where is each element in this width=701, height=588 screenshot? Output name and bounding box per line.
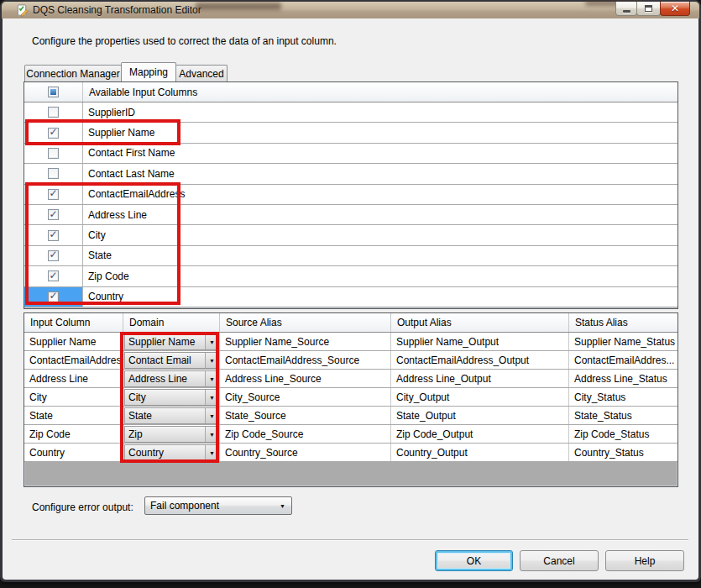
- tab-advanced[interactable]: Advanced: [175, 65, 228, 81]
- input-column-row[interactable]: ✓Supplier Name: [24, 123, 677, 143]
- domain-dropdown[interactable]: Zip▼: [124, 426, 219, 443]
- output-alias-cell: Supplier Name_Output: [391, 333, 569, 350]
- mapping-grid-header: Input ColumnDomainSource AliasOutput Ali…: [24, 313, 677, 333]
- domain-cell: Address Line▼: [123, 370, 220, 387]
- unchecked-checkbox-icon[interactable]: [48, 107, 59, 118]
- mapping-row[interactable]: Zip CodeZip▼Zip Code_SourceZip Code_Outp…: [24, 425, 677, 444]
- input-column-cell: Zip Code: [24, 425, 123, 443]
- ok-button[interactable]: OK: [435, 550, 513, 571]
- mapping-column-header: Domain: [123, 313, 220, 332]
- input-column-label: City: [83, 225, 677, 244]
- checkbox-cell[interactable]: ✓: [24, 266, 83, 286]
- domain-dropdown[interactable]: City▼: [124, 389, 219, 406]
- domain-value: Address Line: [125, 371, 205, 386]
- tab-mapping[interactable]: Mapping: [121, 62, 176, 81]
- input-column-row[interactable]: ✓State: [24, 246, 677, 266]
- maximize-button[interactable]: [636, 2, 661, 16]
- error-output-dropdown[interactable]: Fail component ▼: [144, 496, 292, 515]
- checked-checkbox-icon[interactable]: ✓: [48, 291, 59, 302]
- domain-value: City: [125, 390, 205, 405]
- input-column-row[interactable]: SupplierID: [24, 102, 677, 123]
- checked-checkbox-icon[interactable]: ✓: [48, 209, 59, 220]
- mapping-row[interactable]: CountryCountry▼Country_SourceCountry_Out…: [24, 444, 677, 462]
- source-alias-cell: State_Source: [220, 407, 391, 424]
- domain-cell: State▼: [123, 407, 220, 424]
- checked-checkbox-icon[interactable]: ✓: [48, 230, 59, 241]
- mapping-row[interactable]: CityCity▼City_SourceCity_OutputCity_Stat…: [24, 388, 677, 407]
- dropdown-arrow-button[interactable]: ▼: [205, 390, 218, 405]
- source-alias-cell: Supplier Name_Source: [220, 333, 391, 350]
- output-alias-cell: Address Line_Output: [391, 370, 569, 387]
- mapping-row[interactable]: StateState▼State_SourceState_OutputState…: [24, 407, 677, 425]
- domain-cell: Supplier Name▼: [123, 333, 220, 350]
- indeterminate-checkbox-icon: [50, 89, 56, 95]
- checkmark-icon: ✓: [49, 209, 57, 219]
- select-all-checkbox[interactable]: [48, 87, 59, 97]
- checkbox-cell[interactable]: [24, 102, 83, 122]
- mapping-row[interactable]: ContactEmailAddressContact Email▼Contact…: [24, 351, 677, 370]
- checkbox-cell[interactable]: [24, 144, 83, 163]
- input-column-row[interactable]: ✓City: [24, 225, 677, 245]
- dropdown-arrow-button[interactable]: ▼: [205, 445, 218, 460]
- dropdown-arrow-button[interactable]: ▼: [205, 408, 218, 423]
- tab-connection-manager[interactable]: Connection Manager: [24, 65, 122, 81]
- checked-checkbox-icon[interactable]: ✓: [48, 189, 59, 200]
- available-input-columns-rows: SupplierID✓Supplier NameContact First Na…: [24, 102, 677, 307]
- unchecked-checkbox-icon[interactable]: [48, 148, 59, 159]
- unchecked-checkbox-icon[interactable]: [48, 168, 59, 179]
- input-column-row[interactable]: Contact First Name: [24, 144, 677, 164]
- error-output-value: Fail component: [145, 500, 280, 512]
- source-alias-cell: City_Source: [220, 388, 391, 406]
- tab-label: Connection Manager: [26, 68, 119, 80]
- checkbox-cell[interactable]: ✓: [24, 185, 83, 204]
- mapping-row[interactable]: Supplier NameSupplier Name▼Supplier Name…: [24, 333, 677, 351]
- chevron-down-icon: ▼: [209, 358, 215, 364]
- domain-dropdown[interactable]: Supplier Name▼: [124, 333, 219, 350]
- checked-checkbox-icon[interactable]: ✓: [48, 128, 59, 139]
- dropdown-arrow-button[interactable]: ▼: [205, 334, 218, 349]
- source-alias-cell: Country_Source: [220, 444, 391, 461]
- help-button[interactable]: Help: [605, 550, 684, 571]
- source-alias-cell: Address Line_Source: [220, 370, 391, 387]
- mapping-column-header: Input Column: [24, 313, 123, 332]
- available-input-columns-grid: Available Input Columns SupplierID✓Suppl…: [24, 81, 678, 309]
- checkmark-icon: ✓: [49, 291, 57, 301]
- domain-dropdown[interactable]: State▼: [124, 407, 219, 424]
- dropdown-arrow-button[interactable]: ▼: [205, 427, 218, 442]
- checked-checkbox-icon[interactable]: ✓: [48, 250, 59, 261]
- input-column-row[interactable]: Contact Last Name: [24, 164, 677, 184]
- maximize-icon: [645, 5, 652, 12]
- available-input-columns-title: Available Input Columns: [83, 87, 197, 98]
- input-column-row[interactable]: ✓Address Line: [24, 205, 677, 225]
- status-alias-cell: Supplier Name_Status: [569, 333, 677, 350]
- dropdown-arrow-button[interactable]: ▼: [205, 353, 218, 368]
- dropdown-arrow-button[interactable]: ▼: [205, 371, 218, 386]
- domain-dropdown[interactable]: Address Line▼: [124, 370, 219, 387]
- minimize-button[interactable]: [615, 2, 637, 16]
- domain-value: State: [125, 408, 205, 423]
- domain-cell: Country▼: [123, 444, 220, 461]
- cancel-button[interactable]: Cancel: [520, 550, 599, 571]
- input-column-label: Country: [83, 287, 677, 307]
- domain-dropdown[interactable]: Country▼: [124, 444, 219, 461]
- input-column-row[interactable]: ✓Zip Code: [24, 266, 677, 286]
- status-alias-cell: State_Status: [569, 407, 677, 424]
- checkbox-cell[interactable]: [24, 164, 83, 183]
- checked-checkbox-icon[interactable]: ✓: [48, 270, 59, 281]
- mapping-row[interactable]: Address LineAddress Line▼Address Line_So…: [24, 370, 677, 388]
- checkbox-cell[interactable]: ✓: [24, 225, 83, 244]
- input-column-row[interactable]: ✓Country: [24, 287, 677, 307]
- input-column-cell: ContactEmailAddress: [24, 351, 123, 369]
- checkbox-cell[interactable]: ✓: [24, 287, 83, 307]
- checkbox-cell[interactable]: ✓: [24, 123, 83, 142]
- checkbox-cell[interactable]: ✓: [24, 205, 83, 224]
- close-button[interactable]: ✕: [660, 2, 690, 16]
- checkbox-cell[interactable]: ✓: [24, 246, 83, 265]
- domain-value: Zip: [125, 427, 205, 442]
- domain-dropdown[interactable]: Contact Email▼: [124, 352, 219, 369]
- input-column-row[interactable]: ✓ContactEmailAddress: [24, 185, 677, 205]
- chevron-down-icon: ▼: [280, 503, 285, 509]
- input-column-label: Contact First Name: [83, 144, 677, 163]
- checkmark-icon: ✓: [49, 127, 57, 137]
- output-alias-cell: Zip Code_Output: [391, 425, 569, 443]
